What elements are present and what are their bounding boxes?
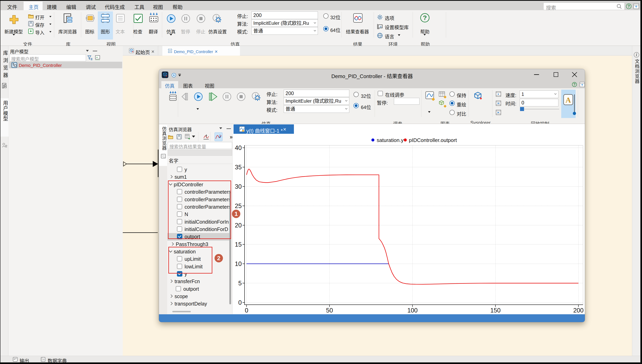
svg-text:30: 30 xyxy=(235,183,242,190)
svg-text:25: 25 xyxy=(235,202,242,210)
svg-text:15: 15 xyxy=(235,241,242,248)
svg-text:pIDController.outport: pIDController.outport xyxy=(409,137,457,143)
svg-text:200: 200 xyxy=(573,307,584,314)
svg-text:50: 50 xyxy=(326,307,333,314)
svg-text:5: 5 xyxy=(238,280,242,287)
svg-text:35: 35 xyxy=(235,164,242,171)
svg-text:20: 20 xyxy=(235,222,242,229)
svg-text:0: 0 xyxy=(238,299,242,306)
svg-text:A: A xyxy=(565,96,571,104)
svg-text:0: 0 xyxy=(245,307,248,314)
svg-text:0: 0 xyxy=(43,358,44,361)
svg-text:40: 40 xyxy=(235,144,242,151)
svg-text:100: 100 xyxy=(407,307,418,314)
svg-text:150: 150 xyxy=(490,307,501,314)
svg-text:saturation.y: saturation.y xyxy=(377,137,403,143)
svg-text:10: 10 xyxy=(235,260,242,267)
